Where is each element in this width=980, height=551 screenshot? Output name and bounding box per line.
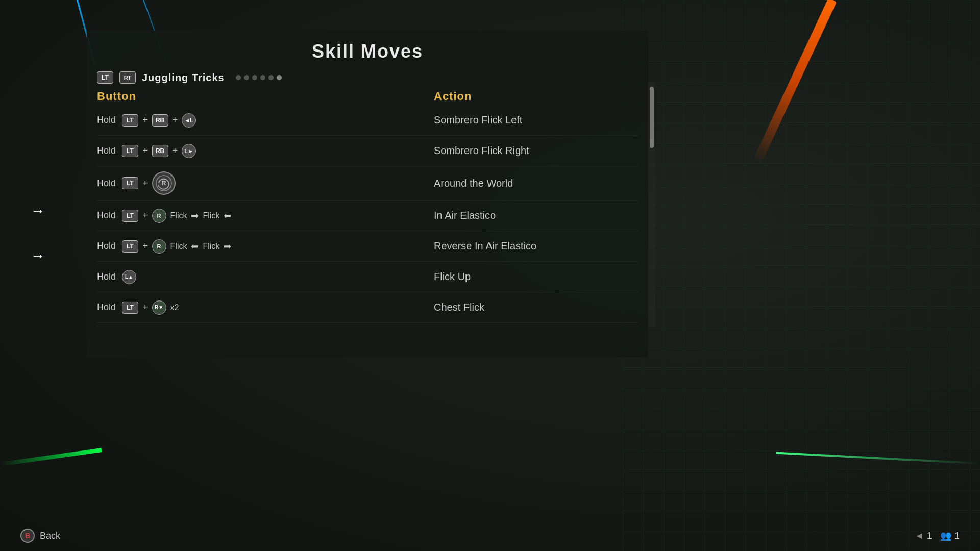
move-button-2: Hold LT + RB + L► <box>97 144 434 158</box>
left-arrow-2: → <box>31 249 45 263</box>
b-circle: B <box>20 529 35 543</box>
move-button-7: Hold LT + R▼ x2 <box>97 300 434 315</box>
hold-text-4: Hold <box>97 210 116 221</box>
dot-4 <box>260 75 265 80</box>
action-column-header: Action <box>434 90 472 103</box>
plus-5: + <box>142 241 148 252</box>
move-row-7: Hold LT + R▼ x2 Chest Flick <box>97 292 638 323</box>
r-stick-7: R▼ <box>152 300 166 315</box>
lt-badge-5: LT <box>122 240 138 253</box>
hold-text-6: Hold <box>97 271 116 282</box>
plus-1b: + <box>173 115 178 126</box>
move-button-6: Hold L▲ <box>97 270 434 284</box>
back-label: Back <box>40 531 60 541</box>
scrollbar[interactable] <box>648 82 655 327</box>
player-number: 1 <box>954 531 960 541</box>
player-icon: 👥 <box>940 530 951 541</box>
rt-button[interactable]: RT <box>119 71 136 84</box>
rb-badge-1: RB <box>152 114 168 127</box>
dot-2 <box>244 75 249 80</box>
hold-text-2: Hold <box>97 145 116 156</box>
hold-text-3: Hold <box>97 178 116 189</box>
flick-text-5b: Flick <box>203 242 219 251</box>
dot-5 <box>268 75 274 80</box>
l-stick-right: L► <box>182 144 196 158</box>
move-button-5: Hold LT + R Flick ⬅ Flick ➡ <box>97 239 434 254</box>
action-text-7: Chest Flick <box>434 302 484 313</box>
svg-text:R: R <box>161 180 166 187</box>
rb-badge-2: RB <box>152 145 168 157</box>
scrollbar-thumb[interactable] <box>650 87 654 148</box>
action-text-4: In Air Elastico <box>434 210 496 221</box>
r-stick-5: R <box>152 239 166 254</box>
action-text-2: Sombrero Flick Right <box>434 145 529 157</box>
move-row-3: Hold LT + R Around the World <box>97 166 638 201</box>
button-column-header: Button <box>97 90 434 103</box>
dot-3 <box>252 75 257 80</box>
arrow-right-5: ➡ <box>224 241 231 252</box>
plus-3: + <box>142 178 148 189</box>
lt-badge-3: LT <box>122 177 138 189</box>
hold-text-5: Hold <box>97 241 116 252</box>
move-button-4: Hold LT + R Flick ➡ Flick ⬅ <box>97 209 434 223</box>
hold-text-7: Hold <box>97 302 116 313</box>
left-arrows-container: → → <box>31 204 45 263</box>
green-line-right <box>776 452 980 465</box>
move-row-4: Hold LT + R Flick ➡ Flick ⬅ In Air Elast… <box>97 201 638 231</box>
plus-1: + <box>142 115 148 126</box>
move-row-6: Hold L▲ Flick Up <box>97 262 638 292</box>
hold-text-1: Hold <box>97 115 116 126</box>
plus-4: + <box>142 210 148 221</box>
action-text-5: Reverse In Air Elastico <box>434 240 536 252</box>
action-text-3: Around the World <box>434 178 513 189</box>
action-text-1: Sombrero Flick Left <box>434 114 522 126</box>
green-line-left <box>0 448 102 466</box>
page-number: 1 <box>927 531 932 541</box>
arrow-left-5: ⬅ <box>191 241 199 252</box>
skill-moves-panel: Skill Moves LT RT Juggling Tricks Button… <box>87 31 648 357</box>
l-stick-left: ◄L <box>182 113 196 128</box>
arrow-left-4: ⬅ <box>224 210 231 221</box>
r-stick-4: R <box>152 209 166 223</box>
move-row-5: Hold LT + R Flick ⬅ Flick ➡ Reverse In A… <box>97 231 638 262</box>
orange-line <box>753 0 837 164</box>
lt-badge-7: LT <box>122 302 138 314</box>
column-headers: Button Action <box>87 86 648 105</box>
category-dots <box>236 75 282 80</box>
x2-text-7: x2 <box>170 303 179 312</box>
page-indicator: ◄ 1 <box>915 531 932 541</box>
lt-badge-2: LT <box>122 145 138 157</box>
move-button-3: Hold LT + R <box>97 171 434 195</box>
move-button-1: Hold LT + RB + ◄L <box>97 113 434 128</box>
page-arrow-left: ◄ <box>915 531 924 541</box>
flick-text-4a: Flick <box>170 211 187 220</box>
flick-text-5a: Flick <box>170 242 187 251</box>
action-text-6: Flick Up <box>434 271 471 283</box>
move-row-2: Hold LT + RB + L► Sombrero Flick Right <box>97 136 638 166</box>
lt-button[interactable]: LT <box>97 71 113 84</box>
lt-badge-4: LT <box>122 210 138 222</box>
moves-list: Hold LT + RB + ◄L Sombrero Flick Left Ho… <box>87 105 648 323</box>
l-stick-up: L▲ <box>122 270 136 284</box>
arrow-right-4: ➡ <box>191 210 199 221</box>
move-row-1: Hold LT + RB + ◄L Sombrero Flick Left <box>97 105 638 136</box>
dot-6 <box>277 75 282 80</box>
back-button[interactable]: B Back <box>20 529 60 543</box>
category-bar: LT RT Juggling Tricks <box>87 67 648 86</box>
plus-7: + <box>142 302 148 313</box>
left-arrow-1: → <box>31 204 45 218</box>
dot-1 <box>236 75 241 80</box>
plus-2b: + <box>173 145 178 156</box>
category-name: Juggling Tricks <box>142 72 225 84</box>
bottom-bar: B Back ◄ 1 👥 1 <box>0 520 980 551</box>
players-indicator: 👥 1 <box>940 530 960 541</box>
page-title: Skill Moves <box>87 31 648 67</box>
r-rotate-icon: R <box>152 171 176 195</box>
lt-badge-1: LT <box>122 114 138 127</box>
b-label: B <box>25 532 30 540</box>
plus-2: + <box>142 145 148 156</box>
flick-text-4b: Flick <box>203 211 219 220</box>
bottom-right: ◄ 1 👥 1 <box>915 530 960 541</box>
